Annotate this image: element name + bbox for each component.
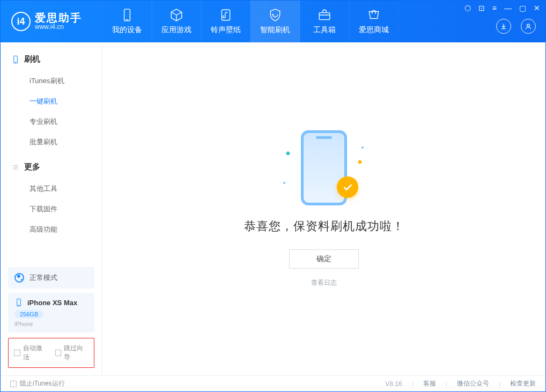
app-body: 刷机 iTunes刷机 一键刷机 专业刷机 批量刷机 更多 其他工具 下载固件 …: [1, 42, 545, 375]
nav-rings[interactable]: 铃声壁纸: [201, 1, 250, 42]
dot-icon: [361, 146, 364, 149]
svg-point-4: [527, 24, 530, 27]
mode-card[interactable]: 正常模式: [8, 267, 94, 289]
section-flash: 刷机 iTunes刷机 一键刷机 专业刷机 批量刷机: [1, 48, 102, 152]
nav-label: 工具箱: [313, 25, 336, 35]
svg-rect-5: [14, 56, 18, 63]
account-button[interactable]: [521, 19, 536, 34]
checkbox-box: [55, 350, 62, 356]
sparkle-icon: [286, 151, 290, 156]
check-update-link[interactable]: 检查更新: [510, 379, 536, 388]
sidebar-item-oneclick-flash[interactable]: 一键刷机: [1, 91, 102, 112]
wechat-link[interactable]: 微信公众号: [457, 379, 489, 388]
app-site: www.i4.cn: [35, 24, 82, 31]
nav-label: 我的设备: [112, 25, 142, 35]
device-small-icon: [14, 298, 23, 307]
block-itunes-checkbox[interactable]: 阻止iTunes运行: [10, 379, 65, 388]
nav-label: 智能刷机: [260, 25, 290, 35]
close-button[interactable]: ✕: [534, 4, 540, 12]
view-log-link[interactable]: 查看日志: [311, 278, 337, 287]
success-illustration: [286, 130, 361, 211]
nav-label: 爱思商城: [359, 25, 389, 35]
nav-apps[interactable]: 应用游戏: [152, 1, 201, 42]
sidebar-scroll: 刷机 iTunes刷机 一键刷机 专业刷机 批量刷机 更多 其他工具 下载固件 …: [1, 42, 102, 263]
sidebar-item-batch-flash[interactable]: 批量刷机: [1, 132, 102, 152]
svg-rect-2: [222, 10, 230, 20]
maximize-button[interactable]: ▢: [519, 4, 526, 12]
success-message: 恭喜您，保资料刷机成功啦！: [244, 218, 404, 234]
feedback-icon[interactable]: ⊡: [478, 4, 485, 12]
sidebar: 刷机 iTunes刷机 一键刷机 专业刷机 批量刷机 更多 其他工具 下载固件 …: [1, 42, 102, 375]
mode-icon: [14, 273, 24, 283]
auto-activate-checkbox[interactable]: 自动激活: [14, 344, 48, 362]
logo-block: i4 爱思助手 www.i4.cn: [1, 12, 102, 31]
logo-icon: i4: [11, 12, 31, 31]
nav-tools[interactable]: 工具箱: [300, 1, 349, 42]
note-icon: [219, 8, 233, 22]
download-button[interactable]: [496, 19, 511, 34]
option-box: 自动激活 跳过向导: [8, 338, 94, 368]
mode-label: 正常模式: [29, 273, 57, 283]
refresh-shield-icon: [268, 8, 282, 22]
toolbox-icon: [318, 8, 331, 22]
top-nav: 我的设备 应用游戏 铃声壁纸 智能刷机 工具箱 爱思商城: [102, 1, 399, 42]
ok-button[interactable]: 确定: [289, 249, 359, 269]
svg-rect-3: [319, 13, 330, 20]
separator: |: [412, 380, 414, 388]
section-more-head: 更多: [1, 156, 102, 179]
section-title: 刷机: [24, 54, 40, 64]
window-controls: ⬡ ⊡ ≡ — ▢ ✕: [464, 4, 540, 12]
nav-label: 应用游戏: [161, 25, 191, 35]
separator: |: [446, 380, 447, 388]
app-header: i4 爱思助手 www.i4.cn 我的设备 应用游戏 铃声壁纸 智能刷机 工具…: [1, 1, 545, 42]
section-title: 更多: [24, 162, 40, 172]
menu-icon[interactable]: ≡: [492, 4, 497, 12]
shirt-icon[interactable]: ⬡: [464, 4, 471, 12]
sidebar-item-other-tools[interactable]: 其他工具: [1, 179, 102, 199]
dot-icon: [283, 182, 285, 184]
app-name: 爱思助手: [35, 12, 82, 24]
cube-icon: [169, 8, 183, 22]
skip-guide-checkbox[interactable]: 跳过向导: [55, 344, 89, 362]
header-actions: [496, 19, 536, 34]
section-more: 更多 其他工具 下载固件 高级功能: [1, 156, 102, 240]
nav-store[interactable]: 爱思商城: [349, 1, 399, 42]
checkbox-label: 跳过向导: [64, 344, 88, 362]
minimize-button[interactable]: —: [504, 4, 512, 12]
logo-text: 爱思助手 www.i4.cn: [35, 12, 82, 31]
status-bar: 阻止iTunes运行 V8.16 | 客服 | 微信公众号 | 检查更新: [1, 375, 545, 391]
sparkle-icon: [358, 160, 362, 164]
main-content: 恭喜您，保资料刷机成功啦！ 确定 查看日志: [102, 42, 545, 375]
checkbox-label: 自动激活: [23, 344, 48, 362]
storage-badge: 256GB: [14, 310, 43, 319]
sidebar-item-pro-flash[interactable]: 专业刷机: [1, 112, 102, 132]
section-flash-head: 刷机: [1, 48, 102, 71]
checkbox-box: [10, 381, 17, 387]
checkbox-label: 阻止iTunes运行: [20, 379, 65, 388]
device-icon: [120, 8, 134, 22]
phone-icon: [11, 55, 20, 64]
svg-rect-0: [124, 9, 130, 21]
device-name: iPhone XS Max: [27, 299, 77, 307]
nav-my-device[interactable]: 我的设备: [102, 1, 152, 42]
nav-flash[interactable]: 智能刷机: [250, 1, 300, 42]
check-badge-icon: [337, 176, 358, 198]
sidebar-item-itunes-flash[interactable]: iTunes刷机: [1, 71, 102, 91]
sidebar-item-download-firmware[interactable]: 下载固件: [1, 199, 102, 219]
support-link[interactable]: 客服: [423, 379, 436, 388]
separator: |: [499, 380, 500, 388]
device-system: iPhone: [14, 321, 88, 327]
sidebar-item-advanced[interactable]: 高级功能: [1, 219, 102, 240]
checkbox-box: [14, 350, 20, 356]
cart-icon: [367, 8, 381, 22]
device-card[interactable]: iPhone XS Max 256GB iPhone: [8, 293, 94, 332]
list-icon: [11, 163, 20, 172]
version-label: V8.16: [385, 380, 402, 388]
nav-label: 铃声壁纸: [211, 25, 241, 35]
svg-rect-10: [17, 299, 21, 306]
